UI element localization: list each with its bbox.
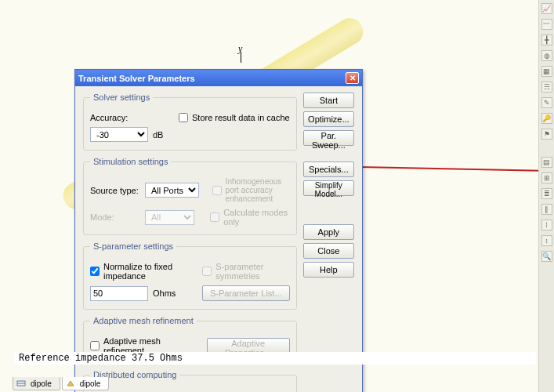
inhomogeneous-checkbox: Inhomogeneous port accuracy enhancement xyxy=(212,177,290,203)
inhomogeneous-input xyxy=(212,186,222,195)
svg-marker-2 xyxy=(67,381,74,386)
inhomogeneous-label: Inhomogeneous port accuracy enhancement xyxy=(226,177,290,203)
normalize-checkbox[interactable]: Normalize to fixed impedance xyxy=(90,262,193,281)
sparameter-legend: S-parameter settings xyxy=(90,241,176,251)
solver-settings-legend: Solver settings xyxy=(90,93,153,102)
specials-button[interactable]: Specials... xyxy=(303,162,354,177)
sparam-symmetries-checkbox: S-parameter symmetries xyxy=(202,262,289,281)
normalize-input[interactable] xyxy=(90,267,100,276)
close-button[interactable]: Close xyxy=(303,243,354,259)
start-button[interactable]: Start xyxy=(303,93,354,108)
tool-flag-icon[interactable]: ⚑ xyxy=(541,129,552,140)
tool-zoom-icon[interactable]: 🔍 xyxy=(541,251,552,262)
simplify-model-button[interactable]: Simplify Model... xyxy=(303,180,354,196)
tool-grid-icon[interactable]: ▤ xyxy=(541,157,552,168)
tool-plot-icon[interactable]: 📈 xyxy=(541,3,552,14)
tab-dipole-1[interactable]: dipole xyxy=(13,377,60,390)
bottom-tabs: dipole dipole xyxy=(13,377,109,390)
close-icon[interactable]: ✕ xyxy=(346,72,359,84)
tab-dipole-2[interactable]: dipole xyxy=(62,377,110,390)
par-sweep-button[interactable]: Par. Sweep... xyxy=(303,130,354,146)
dialog-title: Transient Solver Parameters xyxy=(78,74,346,83)
accuracy-unit: dB xyxy=(153,130,163,140)
sparam-list-button: S-Parameter List... xyxy=(202,285,290,301)
tool-axis-icon[interactable]: ╋ xyxy=(541,34,552,45)
mode-label: Mode: xyxy=(90,212,140,222)
reference-impedance-label: Reference impedance 37.5 Ohms xyxy=(19,353,183,364)
model-icon xyxy=(66,379,75,387)
right-toolbar: 📈 〰 ╋ ◍ ▦ ☴ ✎ 🔑 ⚑ ▤ ⊞ ≣ ‖ ⁞ ↕ 🔍 xyxy=(538,0,554,392)
sparameter-settings-group: S-parameter settings Normalize to fixed … xyxy=(83,241,297,310)
adaptive-input[interactable] xyxy=(90,341,100,350)
tool-rain-icon[interactable]: ☴ xyxy=(541,82,552,93)
accuracy-select[interactable]: -30 xyxy=(90,127,148,142)
transient-solver-dialog: Transient Solver Parameters ✕ Solver set… xyxy=(74,69,363,392)
adaptive-properties-button: Adaptive Properties... xyxy=(207,338,290,354)
apply-button[interactable]: Apply xyxy=(303,224,354,240)
tool-port-icon[interactable]: ◍ xyxy=(541,50,552,61)
tool-log-icon[interactable]: ⁞ xyxy=(541,220,552,230)
impedance-input[interactable] xyxy=(90,286,148,301)
tool-layers-icon[interactable]: ≣ xyxy=(541,188,552,199)
sparam-symmetries-label: S-parameter symmetries xyxy=(215,262,289,281)
store-cache-label: Store result data in cache xyxy=(192,113,290,122)
impedance-unit: Ohms xyxy=(153,289,176,298)
source-type-label: Source type: xyxy=(90,186,140,195)
tool-range-icon[interactable]: ↕ xyxy=(541,235,552,246)
solver-settings-group: Solver settings Accuracy: Store result d… xyxy=(83,93,297,151)
source-type-select[interactable]: All Ports xyxy=(145,183,199,198)
tab-label: dipole xyxy=(80,379,101,388)
store-cache-checkbox[interactable]: Store result data in cache xyxy=(179,113,290,122)
dialog-titlebar[interactable]: Transient Solver Parameters ✕ xyxy=(75,70,362,86)
mode-select: All xyxy=(145,210,194,225)
distributed-computing-group: Distributed computing Distributed comput… xyxy=(83,370,297,392)
calc-modes-checkbox: Calculate modes only xyxy=(210,208,290,227)
stimulation-settings-group: Stimulation settings Source type: All Po… xyxy=(83,157,297,235)
tool-lin-icon[interactable]: ‖ xyxy=(541,204,552,215)
tab-label: dipole xyxy=(31,379,52,388)
calc-modes-label: Calculate modes only xyxy=(223,208,290,227)
tool-pick-icon[interactable]: ✎ xyxy=(541,97,552,108)
help-button[interactable]: Help xyxy=(303,262,354,278)
sparam-symmetries-input xyxy=(202,267,212,276)
tool-mesh-icon[interactable]: ▦ xyxy=(541,66,552,77)
tool-key-icon[interactable]: 🔑 xyxy=(541,113,552,124)
calc-modes-input xyxy=(210,212,219,222)
adaptive-legend: Adaptive mesh refinement xyxy=(90,316,197,325)
store-cache-input[interactable] xyxy=(179,113,188,122)
tool-db-icon[interactable]: ⊞ xyxy=(541,172,552,183)
schematic-icon xyxy=(16,379,26,387)
accuracy-label: Accuracy: xyxy=(90,113,140,122)
stimulation-legend: Stimulation settings xyxy=(90,157,171,166)
normalize-label: Normalize to fixed impedance xyxy=(103,262,193,281)
optimize-button[interactable]: Optimize... xyxy=(303,111,354,127)
axis-y-arrow xyxy=(241,52,241,63)
reference-impedance-bar: Reference impedance 37.5 Ohms xyxy=(14,352,536,365)
tool-wave-icon[interactable]: 〰 xyxy=(541,19,552,30)
